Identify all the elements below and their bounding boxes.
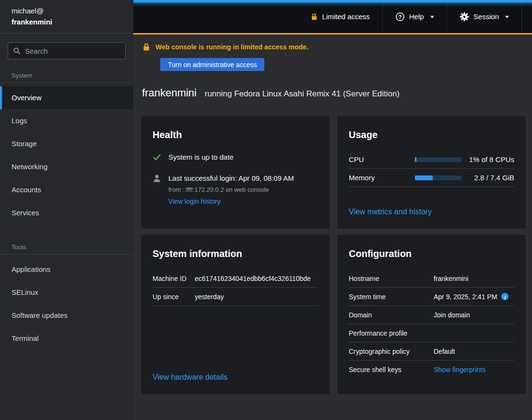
update-status-text: System is up to date [168, 152, 234, 162]
usage-metric-value: 2.8 / 7.4 GiB [461, 174, 514, 182]
nav-section-system: SystemOverviewLogsStorageNetworkingAccou… [0, 59, 133, 224]
row-value-text: Default [434, 348, 455, 355]
session-label: Session [473, 12, 499, 21]
sidebar-item-applications[interactable]: Applications [0, 258, 133, 281]
masthead: Limited access ? Help [133, 0, 532, 35]
table-row-domain: DomainJoin domain [349, 306, 514, 324]
search-icon [13, 47, 21, 55]
row-value-text: Join domain [434, 311, 470, 319]
configuration-title: Configuration [349, 247, 514, 260]
usage-metric-label: CPU [349, 155, 415, 163]
limited-access-label: Limited access [322, 12, 370, 21]
row-label: Cryptographic policy [349, 348, 434, 355]
table-row-machine-id: Machine IDec617416234041edbb6cf4c326110b… [153, 269, 318, 288]
row-value-text: Apr 9, 2025, 2:41 PM [434, 293, 497, 301]
help-label: Help [409, 12, 424, 21]
sidebar-item-selinux[interactable]: SELinux [0, 281, 133, 304]
row-label: Up since [153, 293, 195, 301]
configuration-card: Configuration HostnamefrankenminiSystem … [337, 235, 526, 394]
row-label: Machine ID [153, 275, 195, 282]
usage-row-cpu: CPU1% of 8 CPUs [349, 151, 514, 169]
svg-text:?: ? [398, 14, 402, 20]
sidebar-item-accounts[interactable]: Accounts [0, 178, 133, 201]
nav-section-tools: ToolsApplicationsSELinuxSoftware updates… [0, 224, 133, 350]
row-label: Secure shell keys [349, 366, 434, 373]
table-row-secure-shell-keys: Secure shell keysShow fingerprints [349, 361, 514, 379]
nav-items: OverviewLogsStorageNetworkingAccountsSer… [0, 83, 133, 224]
chevron-down-icon [505, 16, 509, 18]
main-column: Limited access ? Help [133, 0, 532, 420]
last-login-row: Last successful login: Apr 09, 08:09 AM … [153, 174, 318, 206]
lock-icon [142, 43, 151, 51]
sidebar-item-logs[interactable]: Logs [0, 109, 133, 132]
view-hardware-details-link[interactable]: View hardware details [153, 373, 318, 382]
usage-metric-label: Memory [349, 174, 415, 182]
sidebar-hostname: frankenmini [12, 16, 122, 27]
masthead-spacer [522, 0, 532, 33]
sidebar-item-terminal[interactable]: Terminal [0, 327, 133, 350]
view-login-history-link[interactable]: View login history [168, 198, 221, 205]
row-value: Join domain [434, 311, 514, 319]
page-os-subtitle: running Fedora Linux Asahi Remix 41 (Ser… [205, 89, 400, 99]
overview-page: Web console is running in limited access… [133, 35, 532, 420]
limited-access-banner: Web console is running in limited access… [142, 43, 526, 51]
sidebar-item-software-updates[interactable]: Software updates [0, 304, 133, 327]
help-menu-button[interactable]: ? Help [383, 0, 447, 33]
limited-access-button[interactable]: Limited access [298, 0, 382, 33]
health-card-title: Health [153, 128, 318, 141]
search-box[interactable] [8, 42, 126, 59]
session-menu-button[interactable]: Session [447, 0, 521, 33]
help-icon: ? [395, 12, 405, 22]
row-label: Domain [349, 311, 434, 319]
sidebar-item-storage[interactable]: Storage [0, 132, 133, 155]
update-status-row: System is up to date [153, 152, 318, 162]
configuration-table: HostnamefrankenminiSystem timeApr 9, 202… [349, 269, 514, 379]
table-row-up-since: Up sinceyesterday [153, 288, 318, 306]
sidebar-item-overview[interactable]: Overview [0, 86, 133, 109]
sidebar-search-wrap [0, 34, 133, 59]
table-row-performance-profile: Performance profile [349, 324, 514, 342]
usage-metric-value: 1% of 8 CPUs [461, 155, 514, 163]
sidebar-item-services[interactable]: Services [0, 201, 133, 224]
system-information-card: System information Machine IDec617416234… [141, 235, 330, 394]
turn-on-admin-access-button[interactable]: Turn on administrative access [160, 58, 264, 71]
sidebar-user-header: michael@ frankenmini [0, 0, 133, 34]
cards-grid: Health System is up to date Las [141, 116, 526, 394]
check-icon [153, 153, 161, 162]
progress-bar [415, 157, 461, 162]
row-value: ec617416234041edbb6cf4c326110bde [195, 275, 318, 282]
row-label: Hostname [349, 275, 434, 282]
row-value-text: frankenmini [434, 275, 468, 282]
system-information-table: Machine IDec617416234041edbb6cf4c326110b… [153, 269, 318, 306]
usage-table: CPU1% of 8 CPUsMemory2.8 / 7.4 GiB [349, 151, 514, 187]
progress-bar [415, 175, 461, 180]
table-row-cryptographic-policy: Cryptographic policyDefault [349, 342, 514, 361]
lock-icon [310, 13, 318, 21]
row-value: Default [434, 348, 514, 355]
nav-section-label: System [0, 59, 133, 82]
usage-card: Usage CPU1% of 8 CPUsMemory2.8 / 7.4 GiB… [337, 116, 526, 229]
page-hostname: frankenmini [142, 86, 197, 100]
health-card: Health System is up to date Las [141, 116, 330, 229]
system-information-title: System information [153, 247, 318, 260]
info-icon[interactable] [501, 293, 508, 300]
cockpit-app: michael@ frankenmini SystemOverviewLogsS… [0, 0, 532, 420]
row-value: yesterday [195, 293, 318, 301]
gear-icon [460, 12, 469, 22]
page-title: frankenmini running Fedora Linux Asahi R… [142, 86, 526, 100]
search-input[interactable] [25, 47, 120, 55]
banner-message: Web console is running in limited access… [155, 43, 308, 51]
nav-section-label: Tools [0, 224, 133, 254]
table-row-hostname: Hostnamefrankenmini [349, 269, 514, 288]
usage-row-memory: Memory2.8 / 7.4 GiB [349, 169, 514, 187]
show-fingerprints-link[interactable]: Show fingerprints [434, 366, 485, 373]
row-value: Show fingerprints [434, 366, 514, 373]
progress-bar-fill [415, 157, 416, 162]
sidebar-nav: SystemOverviewLogsStorageNetworkingAccou… [0, 59, 133, 350]
row-value: frankenmini [434, 275, 514, 282]
last-login-block: Last successful login: Apr 09, 08:09 AM … [168, 174, 294, 206]
sidebar: michael@ frankenmini SystemOverviewLogsS… [0, 0, 133, 420]
sidebar-item-networking[interactable]: Networking [0, 155, 133, 178]
view-metrics-link[interactable]: View metrics and history [349, 208, 514, 216]
row-label: System time [349, 293, 434, 301]
